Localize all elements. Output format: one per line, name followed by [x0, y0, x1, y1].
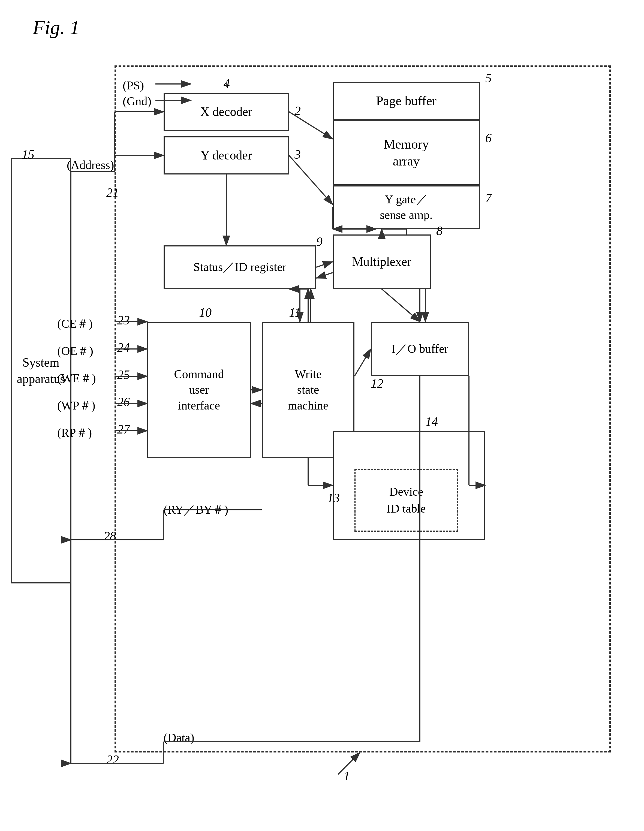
label-9: 9 [316, 234, 322, 249]
label-26: 26 [117, 395, 130, 409]
gnd-signal: (Gnd) [123, 94, 151, 108]
multiplexer-block: Multiplexer [333, 234, 431, 289]
label-21: 21 [106, 185, 119, 200]
label-11: 11 [289, 306, 301, 320]
data-signal: (Data) [164, 731, 194, 745]
device-id-table-block: Device ID table [354, 469, 458, 532]
label-5: 5 [485, 71, 492, 85]
label-10: 10 [199, 306, 212, 320]
y-decoder-block: Y decoder [164, 136, 289, 175]
label-4: 4 [223, 76, 230, 91]
label-25: 25 [117, 368, 130, 382]
label-24: 24 [117, 340, 130, 355]
figure-title: Fig. 1 [33, 16, 80, 39]
x-decoder-block: X decoder [164, 93, 289, 131]
label-27: 27 [117, 422, 130, 436]
page-buffer-block: Page buffer [333, 82, 480, 120]
address-signal: (Address) [67, 158, 114, 172]
oe-signal: (OE＃) [57, 343, 93, 359]
ce-signal: (CE＃) [57, 316, 93, 332]
label-3: 3 [295, 147, 301, 162]
rp-signal: (RP＃) [57, 425, 92, 441]
label-28: 28 [104, 529, 116, 543]
label-13: 13 [327, 491, 340, 505]
label-23: 23 [117, 313, 130, 328]
wp-signal: (WP＃) [57, 398, 95, 414]
label-6: 6 [485, 131, 492, 145]
command-ui-block: Command user interface [147, 322, 251, 458]
label-7: 7 [485, 191, 492, 205]
status-id-block: Status／ID register [164, 245, 316, 289]
label-12: 12 [371, 376, 383, 391]
label-1: 1 [344, 769, 350, 783]
label-15: 15 [22, 147, 34, 162]
label-2: 2 [295, 103, 301, 118]
label-22: 22 [106, 753, 119, 767]
ps-signal: (PS) [123, 78, 144, 92]
ryby-signal: (RY／BY＃) [164, 501, 228, 518]
label-14: 14 [425, 414, 438, 429]
io-buffer-block: I／O buffer [371, 322, 469, 376]
label-8: 8 [436, 224, 443, 238]
y-gate-block: Y gate／ sense amp. [333, 185, 480, 229]
memory-array-block: Memory array [333, 120, 480, 185]
we-signal: (WE＃) [57, 370, 96, 386]
